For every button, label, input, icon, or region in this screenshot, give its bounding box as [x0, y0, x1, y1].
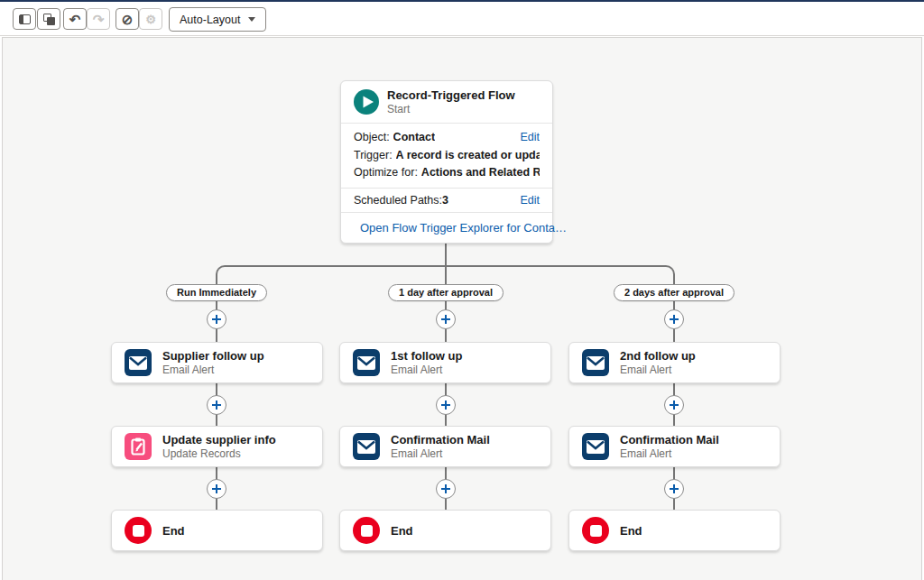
trigger-value: A record is created or updated	[396, 147, 540, 165]
node-supplier-follow-up[interactable]: Supplier follow up Email Alert	[111, 342, 323, 383]
start-node-subtitle: Start	[387, 103, 515, 115]
settings-button[interactable]: ⚙	[139, 8, 162, 30]
node-title: Confirmation Mail	[620, 433, 719, 447]
start-node-title: Record-Triggered Flow	[387, 88, 515, 102]
plus-icon	[669, 314, 679, 325]
add-element-button[interactable]	[207, 395, 226, 415]
node-end[interactable]: End	[568, 510, 781, 551]
node-title: 2nd follow up	[620, 349, 696, 363]
explorer-link-label: Open Flow Trigger Explorer for Conta…	[360, 221, 567, 235]
trigger-label: Trigger:	[354, 147, 393, 165]
chevron-down-icon	[248, 17, 255, 22]
add-element-button[interactable]	[664, 395, 684, 415]
disable-flow-button[interactable]: ⊘	[116, 8, 139, 30]
prohibit-icon: ⊘	[122, 13, 134, 26]
plus-icon	[669, 483, 679, 494]
plus-icon	[669, 400, 679, 410]
node-subtitle: Email Alert	[620, 447, 719, 460]
node-subtitle: Email Alert	[162, 364, 264, 376]
node-subtitle: Update Records	[162, 447, 276, 460]
end-icon	[582, 517, 609, 544]
node-end[interactable]: End	[339, 510, 551, 551]
plus-icon	[440, 314, 451, 325]
email-alert-icon	[125, 349, 152, 376]
add-element-button[interactable]	[436, 309, 456, 329]
add-element-button[interactable]	[664, 309, 684, 329]
node-subtitle: Email Alert	[391, 447, 490, 460]
end-icon	[353, 517, 380, 544]
object-label: Object:	[354, 129, 390, 147]
path-label-2-days: 2 days after approval	[614, 284, 735, 301]
email-alert-icon	[353, 433, 380, 460]
edit-scheduled-paths-link[interactable]: Edit	[513, 194, 540, 207]
redo-button[interactable]: ↷	[87, 8, 110, 30]
start-node-card[interactable]: Record-Triggered Flow Start Object: Cont…	[340, 80, 553, 244]
node-subtitle: Email Alert	[620, 364, 696, 376]
plus-icon	[440, 400, 451, 410]
start-node-details: Object: Contact Edit Trigger: A record i…	[341, 123, 552, 188]
update-records-icon	[125, 433, 152, 460]
add-element-button[interactable]	[436, 479, 456, 499]
add-element-button[interactable]	[207, 479, 226, 499]
email-alert-icon	[582, 349, 609, 376]
node-title: End	[391, 524, 413, 538]
node-title: Update supplier info	[162, 433, 276, 447]
node-title: End	[162, 524, 185, 538]
node-title: Confirmation Mail	[391, 433, 490, 447]
panel-icon	[19, 14, 31, 24]
undo-icon: ↶	[69, 13, 81, 26]
scheduled-paths-row: Scheduled Paths: 3 Edit	[341, 188, 552, 212]
node-title: End	[620, 524, 642, 538]
scheduled-paths-value: 3	[442, 194, 448, 207]
add-element-button[interactable]	[207, 309, 226, 329]
plus-icon	[211, 314, 222, 325]
flow-canvas[interactable]: Record-Triggered Flow Start Object: Cont…	[2, 37, 922, 580]
node-subtitle: Email Alert	[391, 364, 462, 376]
open-flow-trigger-explorer-link[interactable]: Open Flow Trigger Explorer for Conta…	[341, 212, 552, 243]
node-end[interactable]: End	[111, 510, 323, 551]
optimize-label: Optimize for:	[354, 164, 418, 182]
redo-icon: ↷	[93, 13, 105, 26]
undo-button[interactable]: ↶	[63, 8, 87, 30]
connector-branch-right	[445, 265, 675, 280]
node-update-supplier-info[interactable]: Update supplier info Update Records	[111, 426, 323, 467]
record-triggered-flow-icon	[354, 89, 379, 115]
scheduled-paths-label: Scheduled Paths:	[354, 194, 442, 207]
node-title: 1st follow up	[391, 349, 462, 363]
plus-icon	[211, 400, 222, 410]
gear-icon: ⚙	[145, 14, 156, 25]
connector-branch-left	[216, 265, 447, 280]
plus-icon	[440, 483, 451, 494]
toggle-toolbox-button[interactable]	[13, 8, 36, 30]
node-confirmation-mail[interactable]: Confirmation Mail Email Alert	[339, 426, 551, 467]
node-confirmation-mail[interactable]: Confirmation Mail Email Alert	[568, 426, 781, 467]
edit-trigger-link[interactable]: Edit	[513, 129, 540, 147]
start-node-header[interactable]: Record-Triggered Flow Start	[341, 81, 552, 123]
flow-toolbar: ↶ ↷ ⊘ ⚙ Auto-Layout	[0, 2, 924, 36]
email-alert-icon	[353, 349, 380, 376]
path-label-run-immediately: Run Immediately	[166, 284, 267, 301]
optimize-value: Actions and Related Recor…	[421, 164, 540, 182]
plus-icon	[211, 483, 222, 494]
flow-builder-page: ↶ ↷ ⊘ ⚙ Auto-Layout	[0, 0, 924, 580]
path-label-1-day: 1 day after approval	[388, 284, 504, 301]
copy-icon	[43, 14, 55, 25]
node-title: Supplier follow up	[162, 349, 264, 363]
end-icon	[125, 517, 152, 544]
add-element-button[interactable]	[436, 395, 456, 415]
layout-mode-dropdown[interactable]: Auto-Layout	[169, 7, 266, 32]
node-1st-follow-up[interactable]: 1st follow up Email Alert	[339, 342, 551, 383]
email-alert-icon	[582, 433, 609, 460]
layout-mode-label: Auto-Layout	[180, 14, 240, 26]
copy-elements-button[interactable]	[37, 8, 60, 30]
node-2nd-follow-up[interactable]: 2nd follow up Email Alert	[568, 342, 781, 383]
object-value: Contact	[393, 129, 436, 147]
add-element-button[interactable]	[664, 479, 684, 499]
